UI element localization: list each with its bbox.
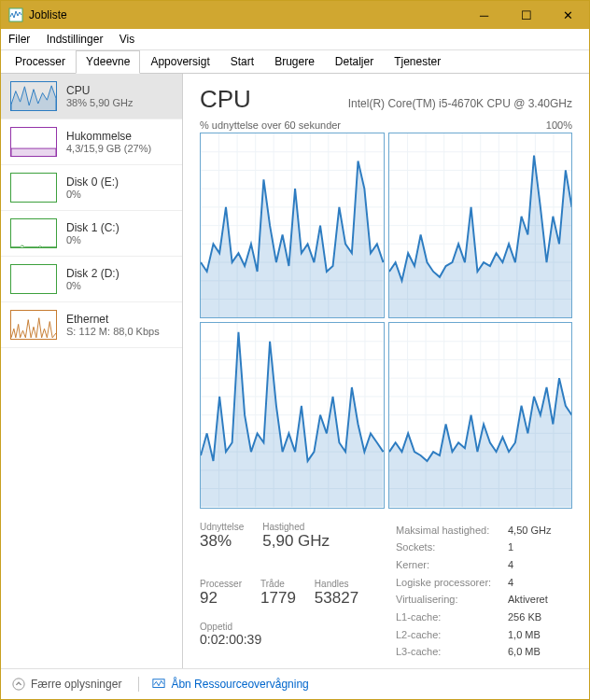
titlebar[interactable]: Jobliste ─ ☐ ✕	[1, 1, 589, 29]
menu-file[interactable]: Filer	[8, 33, 30, 46]
monitor-icon	[152, 678, 165, 691]
cpu-core-3-chart	[388, 322, 573, 508]
sidebar-thumb	[10, 173, 57, 203]
util-label: Udnyttelse	[200, 522, 244, 532]
sidebar-item-name: Hukommelse	[66, 130, 151, 143]
task-manager-window: Jobliste ─ ☐ ✕ Filer Indstillinger Vis P…	[0, 0, 590, 700]
window-title: Jobliste	[29, 8, 463, 21]
svg-point-74	[13, 679, 24, 690]
cpu-core-0-chart	[200, 133, 385, 318]
sidebar-item-sub: 0%	[66, 189, 119, 200]
sidebar-thumb	[10, 127, 57, 157]
sidebar-item-name: Disk 0 (E:)	[66, 175, 119, 189]
sidebar-item-sub: 38% 5,90 GHz	[66, 97, 133, 108]
sidebar-thumb	[10, 264, 57, 294]
sidebar: CPU38% 5,90 GHzHukommelse4,3/15,9 GB (27…	[1, 74, 183, 668]
stat-row: Kerner:4	[396, 556, 551, 574]
sidebar-item-sub: 0%	[66, 234, 119, 245]
stat-row: L3-cache:6,0 MB	[396, 643, 551, 661]
sidebar-item-disk-0-e-[interactable]: Disk 0 (E:)0%	[1, 165, 182, 211]
proc-value: 92	[200, 589, 242, 608]
minimize-button[interactable]: ─	[463, 1, 505, 29]
sidebar-item-sub: 4,3/15,9 GB (27%)	[66, 143, 151, 154]
threads-label: Tråde	[260, 579, 296, 589]
stat-row: L1-cache:256 KB	[396, 609, 551, 626]
maximize-button[interactable]: ☐	[505, 1, 547, 29]
sidebar-item-name: Ethernet	[66, 313, 160, 326]
tab-detaljer[interactable]: Detaljer	[325, 50, 384, 73]
speed-value: 5,90 GHz	[262, 532, 330, 551]
tab-start[interactable]: Start	[220, 50, 264, 73]
sidebar-item-name: CPU	[66, 84, 133, 97]
app-icon	[8, 7, 23, 22]
cpu-core-1-chart	[388, 133, 573, 318]
stats-right: Maksimal hastighed:4,50 GHzSockets:1Kern…	[396, 522, 551, 662]
util-value: 38%	[200, 532, 244, 551]
menu-settings[interactable]: Indstillinger	[47, 33, 104, 46]
proc-label: Processer	[200, 579, 242, 589]
uptime-value: 0:02:00:39	[200, 632, 377, 647]
handles-label: Handles	[315, 579, 358, 589]
cpu-core-2-chart	[200, 322, 385, 508]
page-title: CPU	[200, 85, 251, 114]
stat-row: Virtualisering:Aktiveret	[396, 591, 551, 609]
sidebar-thumb	[10, 218, 57, 248]
sidebar-item-cpu[interactable]: CPU38% 5,90 GHz	[1, 74, 182, 119]
sidebar-item-sub: 0%	[66, 280, 119, 291]
sidebar-item-disk-1-c-[interactable]: Disk 1 (C:)0%	[1, 211, 182, 257]
speed-label: Hastighed	[262, 522, 330, 532]
tab-brugere[interactable]: Brugere	[264, 50, 325, 73]
fewer-details-button[interactable]: Færre oplysninger	[12, 678, 121, 691]
sidebar-item-disk-2-d-[interactable]: Disk 2 (D:)0%	[1, 257, 182, 302]
sidebar-thumb	[10, 310, 57, 340]
stat-row: L2-cache:1,0 MB	[396, 626, 551, 644]
cpu-model: Intel(R) Core(TM) i5-4670K CPU @ 3.40GHz	[348, 97, 572, 110]
handles-value: 53827	[315, 589, 358, 608]
chart-label-left: % udnyttelse over 60 sekunder	[200, 119, 341, 131]
sidebar-item-name: Disk 1 (C:)	[66, 221, 119, 234]
tabstrip: ProcesserYdeevneAppoversigtStartBrugereD…	[1, 50, 589, 74]
sidebar-item-sub: S: 112 M: 88,0 Kbps	[66, 326, 160, 337]
tab-tjenester[interactable]: Tjenester	[384, 50, 451, 73]
footer: Færre oplysninger Åbn Ressourceovervågni…	[1, 668, 589, 699]
stat-row: Maksimal hastighed:4,50 GHz	[396, 522, 551, 539]
chart-label-right: 100%	[546, 119, 572, 131]
tab-appoversigt[interactable]: Appoversigt	[140, 50, 219, 73]
sidebar-item-hukommelse[interactable]: Hukommelse4,3/15,9 GB (27%)	[1, 119, 182, 165]
main-panel: CPU Intel(R) Core(TM) i5-4670K CPU @ 3.4…	[183, 74, 589, 668]
threads-value: 1779	[260, 589, 296, 608]
stat-row: Logiske processorer:4	[396, 574, 551, 592]
svg-rect-1	[11, 148, 56, 157]
stat-row: Sockets:1	[396, 539, 551, 556]
close-button[interactable]: ✕	[547, 1, 589, 29]
sidebar-thumb	[10, 81, 57, 111]
uptime-label: Oppetid	[200, 622, 377, 632]
menubar: Filer Indstillinger Vis	[1, 29, 589, 50]
menu-view[interactable]: Vis	[119, 33, 134, 46]
cpu-charts	[200, 133, 572, 509]
chevron-up-icon	[12, 678, 25, 691]
sidebar-item-name: Disk 2 (D:)	[66, 267, 119, 280]
open-resmon-link[interactable]: Åbn Ressourceovervågning	[152, 678, 308, 691]
tab-processer[interactable]: Processer	[5, 50, 76, 73]
tab-ydeevne[interactable]: Ydeevne	[76, 50, 140, 74]
sidebar-item-ethernet[interactable]: EthernetS: 112 M: 88,0 Kbps	[1, 302, 182, 348]
